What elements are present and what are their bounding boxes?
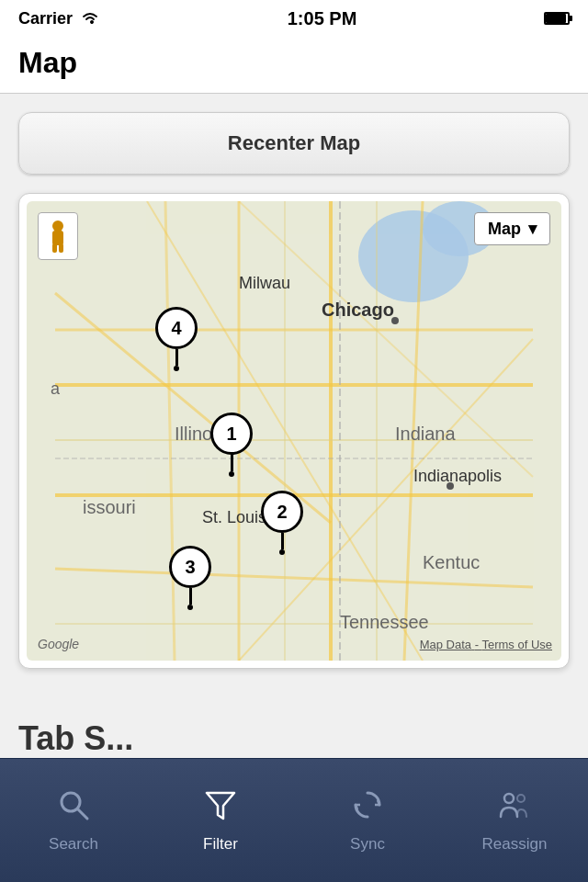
tab-search[interactable]: Search (0, 759, 147, 882)
dropdown-arrow-icon: ▾ (528, 219, 537, 239)
google-attribution: Google (38, 637, 79, 651)
pin-dot-4 (174, 366, 179, 371)
tab-reassign[interactable]: Reassign (441, 759, 588, 882)
map-type-label: Map (488, 220, 521, 239)
map-pin-3[interactable]: 3 (169, 546, 211, 610)
map-pin-2[interactable]: 2 (261, 491, 303, 555)
svg-point-26 (447, 482, 454, 490)
page-header: Map (0, 37, 588, 94)
map-data-link[interactable]: Map Data (420, 638, 471, 651)
pegman-icon (45, 218, 71, 254)
pin-bubble-4: 4 (155, 307, 198, 349)
tab-sync-label: Sync (350, 835, 385, 854)
battery-icon (544, 12, 570, 25)
battery-area (544, 12, 570, 25)
terms-link[interactable]: Terms of Use (481, 638, 552, 651)
svg-text:Indiana: Indiana (395, 424, 456, 444)
svg-line-39 (78, 809, 87, 819)
status-bar: Carrier 1:05 PM (0, 0, 588, 37)
svg-text:Kentuc: Kentuc (423, 552, 480, 572)
svg-text:Indianapolis: Indianapolis (413, 467, 502, 485)
pin-tail-1 (231, 455, 233, 471)
tab-bar: Search Filter Sync (0, 758, 588, 882)
carrier-info: Carrier (18, 9, 100, 28)
svg-rect-34 (52, 231, 63, 245)
svg-marker-40 (207, 793, 234, 819)
map-links[interactable]: Map Data - Terms of Use (420, 638, 552, 651)
svg-text:Tennessee: Tennessee (340, 612, 429, 632)
tab-sync[interactable]: Sync (294, 759, 441, 882)
filter-icon (203, 787, 238, 828)
pin-bubble-2: 2 (261, 491, 303, 533)
map-area[interactable]: Chicago St. Louis Indianapolis Milwau Il… (27, 201, 561, 661)
svg-text:St. Louis: St. Louis (202, 508, 266, 526)
sync-icon (350, 787, 385, 828)
pin-dot-3 (187, 605, 193, 610)
search-icon (56, 787, 91, 828)
map-background: Chicago St. Louis Indianapolis Milwau Il… (27, 201, 561, 661)
page-title: Map (18, 46, 570, 80)
pin-tail-3 (189, 588, 192, 605)
street-view-pegman[interactable] (38, 212, 78, 260)
tab-filter-label: Filter (203, 835, 238, 854)
svg-point-41 (504, 794, 514, 803)
recenter-map-button[interactable]: Recenter Map (18, 112, 570, 175)
svg-text:Chicago: Chicago (322, 300, 394, 320)
pin-bubble-1: 1 (210, 413, 253, 455)
tab-filter[interactable]: Filter (147, 759, 294, 882)
reassign-icon (497, 787, 532, 828)
svg-rect-37 (59, 243, 63, 253)
svg-rect-36 (52, 243, 57, 253)
pin-tail-2 (281, 533, 284, 549)
tab-search-label: Search (49, 835, 98, 854)
pin-tail-4 (175, 349, 178, 366)
pin-dot-1 (229, 471, 234, 477)
wifi-icon (80, 11, 100, 26)
below-map-partial-text: Tab S... (0, 712, 588, 758)
svg-text:issouri: issouri (83, 497, 136, 517)
map-container: Chicago St. Louis Indianapolis Milwau Il… (18, 193, 570, 669)
svg-text:a: a (51, 379, 61, 398)
svg-point-42 (517, 795, 525, 802)
map-type-selector[interactable]: Map ▾ (474, 212, 550, 245)
svg-text:Milwau: Milwau (239, 274, 290, 292)
map-pin-1[interactable]: 1 (210, 413, 253, 477)
clock: 1:05 PM (288, 8, 357, 29)
svg-point-35 (52, 220, 63, 232)
tab-reassign-label: Reassign (482, 835, 548, 854)
pin-bubble-3: 3 (169, 546, 211, 588)
carrier-label: Carrier (18, 9, 73, 28)
main-content: Recenter Map (0, 94, 588, 756)
svg-point-22 (391, 317, 399, 324)
pin-dot-2 (279, 549, 285, 555)
map-pin-4[interactable]: 4 (155, 307, 198, 371)
